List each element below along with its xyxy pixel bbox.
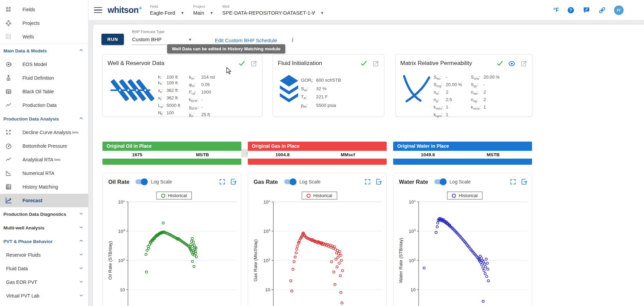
check-icon: [360, 60, 367, 67]
frac-well-icon: [107, 74, 158, 106]
sidebar-item-label: Forecast: [22, 198, 42, 203]
export-chart-icon[interactable]: [375, 178, 382, 185]
log-scale-toggle[interactable]: [434, 178, 447, 185]
selector-value-row: Eagle-Ford▼: [150, 10, 184, 16]
edit-icon[interactable]: [520, 60, 527, 67]
sidebar-section-production-data-diagnostics[interactable]: Production Data Diagnostics: [0, 207, 88, 221]
param-label: nog:: [471, 97, 481, 104]
eye-icon[interactable]: [508, 60, 515, 67]
table-icon: [5, 88, 12, 95]
chart-legend[interactable]: Historical: [156, 192, 192, 199]
sidebar-item-fluid-data[interactable]: Fluid Data: [0, 262, 88, 275]
sidebar-item-fields[interactable]: Fields: [0, 3, 88, 16]
fields-icon: [5, 6, 12, 13]
svg-text:10: 10: [410, 287, 416, 292]
export-chart-icon[interactable]: [521, 178, 528, 185]
sidebar-item-numerical-rta[interactable]: Numerical RTA: [0, 166, 88, 180]
sidebar-item-production-data[interactable]: Production Data: [0, 98, 88, 112]
sidebar-item-eos-model[interactable]: EOS Model: [0, 58, 88, 71]
svg-text:104: 104: [118, 200, 125, 205]
param-value: 221 F: [316, 94, 341, 102]
selector-value: Eagle-Ford: [150, 10, 175, 16]
log-scale-label: Log Scale: [151, 179, 172, 184]
sidebar-item-bottomhole-pressure[interactable]: Bottomhole Pressure: [0, 139, 88, 153]
card-matrix-relative-permeability: Matrix Relative PermeabilitySwc:-Sorg:20…: [395, 54, 532, 117]
field-selector[interactable]: FieldEagle-Ford▼: [150, 4, 184, 16]
chart-panel-water-rate: Water RateLog ScaleHistorical10410310210…: [393, 173, 532, 306]
chart-actions: [364, 178, 382, 185]
chart-plot: 10410310210Gas Rate (Mscf/day): [248, 200, 386, 306]
card-body: Swc:-Sorg:20.00 %nw:2ng:2.5krwro:1krgro:…: [400, 74, 530, 119]
scatter-plot: 10410310210Oil Rate (STB/day): [103, 200, 241, 306]
param-value: 600 scf/STB: [316, 77, 341, 85]
card-title: Fluid Initialization: [278, 60, 322, 67]
banner-footer: [393, 159, 532, 165]
param-value: -: [483, 82, 500, 89]
sidebar-section-production-data-analysis[interactable]: Production Data Analysis: [0, 112, 88, 126]
card-body: h:100 fthf:100 ftxe:362 ftxf:362 ftLw:50…: [107, 74, 260, 119]
svg-text:?: ?: [569, 8, 572, 13]
sidebar-item-label: Wells: [22, 34, 34, 39]
chart-plot: 10410310210Water Rate (STB/day): [393, 200, 532, 306]
sidebar-section-multi-well-analysis[interactable]: Multi-well Analysis: [0, 221, 88, 235]
project-selector[interactable]: ProjectMain▼: [193, 4, 213, 16]
expand-chart-icon[interactable]: [510, 178, 516, 185]
param-label: φm:: [189, 82, 198, 89]
sidebar-item-label: Fluid Definition: [22, 75, 54, 81]
param-label: h:: [158, 74, 164, 80]
bhp-forecast-type-select[interactable]: BHP Forecast Type Custom BHP ▼: [132, 30, 192, 45]
trend-line-icon: [5, 156, 12, 163]
svg-text:103: 103: [409, 228, 416, 234]
link-icon[interactable]: [598, 6, 606, 14]
sidebar-item-analytical-rta[interactable]: Analytical RTAbeta: [0, 153, 88, 166]
chevron-down-icon: [79, 279, 83, 285]
feedback-icon[interactable]: [583, 6, 590, 14]
export-chart-icon[interactable]: [230, 178, 237, 185]
sidebar-item-history-matching[interactable]: History Matching: [0, 180, 88, 194]
param-label: Sorw:: [471, 74, 481, 82]
svg-text:Water Rate (STB/day): Water Rate (STB/day): [398, 238, 403, 283]
chevron-up-icon: [79, 48, 83, 54]
sidebar-item-decline-curve-analysis[interactable]: Decline Curve Analysisbeta: [0, 126, 88, 139]
log-scale-toggle[interactable]: [284, 178, 296, 185]
avatar[interactable]: IY: [614, 5, 624, 15]
chart-legend[interactable]: Historical: [447, 192, 482, 199]
sidebar-item-forecast[interactable]: Forecast: [0, 194, 88, 207]
help-icon[interactable]: ?: [567, 6, 575, 14]
run-button[interactable]: RUN: [101, 34, 124, 45]
temperature-unit-toggle[interactable]: °F: [553, 7, 559, 13]
chart-legend[interactable]: Historical: [302, 192, 337, 199]
edit-custom-bhp-link[interactable]: Edit Custom BHP Schedule: [215, 37, 277, 43]
svg-text:102: 102: [409, 257, 416, 263]
sidebar-section-main-data-models[interactable]: Main Data & Models: [0, 44, 88, 58]
app-logo: whitson+: [108, 5, 142, 15]
svg-text:Gas Rate (Mscf/day): Gas Rate (Mscf/day): [253, 239, 258, 281]
sidebar-section-pvt-phase-behavior[interactable]: PVT & Phase Behavior: [0, 235, 88, 248]
sidebar-item-label: Production Data: [22, 102, 57, 108]
sidebar-item-label: EOS Model: [22, 62, 47, 67]
projects-icon: [5, 19, 12, 27]
sidebar-item-fluid-definition[interactable]: Fluid Definition: [0, 71, 88, 85]
well-selector[interactable]: WellSPE-DATA-REPOSITORY-DATASET-1-WELL-1…: [222, 4, 324, 16]
expand-chart-icon[interactable]: [219, 178, 226, 185]
log-scale-toggle[interactable]: [135, 178, 148, 185]
edit-icon[interactable]: [372, 60, 379, 67]
sidebar-item-wells[interactable]: Wells: [0, 30, 88, 44]
sidebar-item-projects[interactable]: Projects: [0, 16, 88, 30]
sidebar-item-virtual-pvt-lab[interactable]: Virtual PVT Lab: [0, 289, 88, 303]
expand-chart-icon[interactable]: [364, 178, 371, 185]
menu-icon[interactable]: [94, 7, 102, 13]
param-value: -: [201, 97, 215, 104]
param-value: 2.5: [446, 97, 462, 104]
param-label: Lw:: [158, 102, 164, 110]
info-icon[interactable]: i: [292, 36, 293, 44]
chevron-down-icon: ▼: [188, 37, 192, 42]
param-value: 20.00 %: [483, 74, 500, 82]
edit-icon[interactable]: [250, 60, 257, 67]
param-value: 20.00 %: [446, 82, 462, 89]
param-value: 314 nd: [201, 74, 215, 82]
sidebar-item-gas-eor-pvt[interactable]: Gas EOR PVT: [0, 275, 88, 289]
sidebar-item-label: Bottomhole Pressure: [22, 143, 67, 149]
sidebar-item-black-oil-table[interactable]: Black Oil Table: [0, 85, 88, 98]
sidebar-item-reservoir-fluids[interactable]: Reservoir Fluids: [0, 248, 88, 262]
